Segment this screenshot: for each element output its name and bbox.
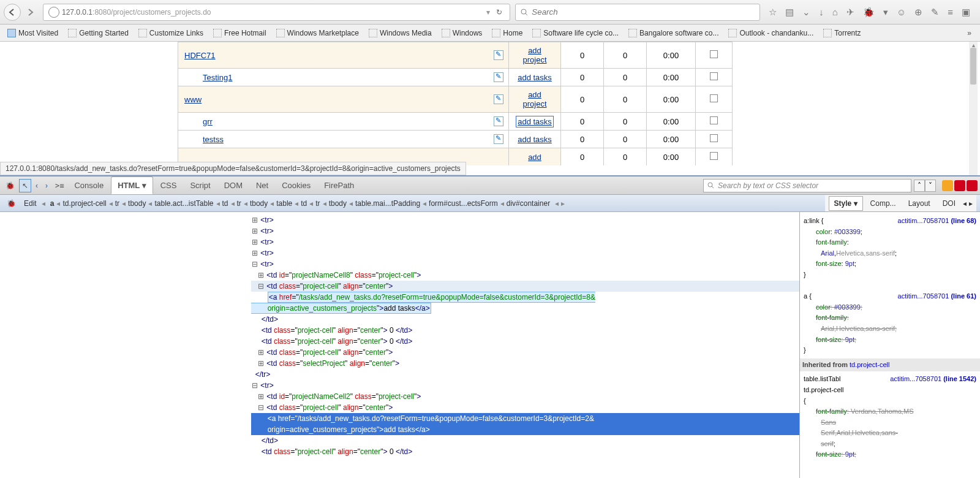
row-link[interactable]: testss — [203, 135, 224, 144]
scroll-thumb[interactable] — [970, 48, 976, 85]
bookmark-windows[interactable]: Windows — [438, 28, 486, 39]
row-checkbox[interactable] — [710, 152, 718, 160]
subtab-dom[interactable]: DOI — [938, 197, 960, 210]
breadcrumb-item[interactable]: table.act...istTable — [152, 198, 216, 209]
breadcrumb-item[interactable]: form#cust...ectsForm — [426, 198, 500, 209]
source-link[interactable]: actitim...7058701 (line 68) — [898, 216, 976, 227]
breadcrumb-item[interactable]: tbody — [326, 198, 349, 209]
action-link[interactable]: add tasks — [518, 73, 552, 82]
action-link[interactable]: add tasks — [518, 135, 552, 144]
breadcrumb-item[interactable]: div#container — [504, 198, 552, 209]
breadcrumb-item[interactable]: tr — [313, 198, 322, 209]
smile-icon[interactable]: ☺ — [897, 7, 906, 17]
breadcrumb-item[interactable]: td — [298, 198, 309, 209]
source-link[interactable]: actitim...7058701 (line 61) — [898, 291, 976, 302]
action-link[interactable]: add tasks — [516, 116, 554, 127]
row-checkbox[interactable] — [710, 50, 718, 58]
tab-html[interactable]: HTML ▾ — [111, 176, 153, 194]
edit-icon[interactable]: ✎ — [931, 7, 939, 18]
html-tree[interactable]: ⊞ <tr> ⊞ <tr> ⊞ <tr> ⊞ <tr> ⊟ <tr> ⊞ <td… — [0, 212, 799, 478]
bookmark-customize-links[interactable]: Customize Links — [135, 28, 207, 39]
devtools-search[interactable]: Search by text or CSS selector — [703, 179, 911, 192]
home-icon[interactable]: ⌂ — [832, 7, 838, 17]
reader-icon[interactable]: ▾ — [483, 8, 494, 17]
breadcrumb-item[interactable]: table — [274, 198, 295, 209]
crumb-overflow-right[interactable]: ▸ — [561, 199, 565, 208]
search-next[interactable]: ˅ — [925, 180, 936, 192]
subtab-layout[interactable]: Layout — [903, 197, 935, 210]
edit-icon[interactable] — [494, 134, 503, 144]
row-checkbox[interactable] — [710, 134, 718, 142]
tab-firepath[interactable]: FirePath — [318, 177, 360, 194]
page-scrollbar[interactable]: ▴ — [969, 42, 978, 175]
edit-icon[interactable] — [494, 94, 503, 104]
bookmark-outlook[interactable]: Outlook - chandanku... — [725, 28, 817, 39]
forward-button[interactable] — [23, 5, 38, 20]
edit-icon[interactable] — [494, 50, 503, 60]
search-input[interactable] — [532, 7, 755, 17]
tab-console[interactable]: Console — [68, 177, 110, 194]
browser-search[interactable] — [515, 4, 760, 21]
crumb-overflow-left[interactable]: ◂ — [555, 199, 559, 208]
next-icon[interactable]: › — [42, 180, 51, 191]
breadcrumb-item[interactable]: tr — [113, 198, 122, 209]
action-link[interactable]: add project — [522, 90, 546, 108]
tab-css[interactable]: CSS — [154, 177, 183, 194]
close-button[interactable] — [967, 180, 978, 191]
bookmark-getting-started[interactable]: Getting Started — [64, 28, 132, 39]
search-prev[interactable]: ˄ — [914, 180, 925, 192]
bookmark-star-icon[interactable]: ☆ — [769, 7, 777, 18]
breadcrumb-item[interactable]: table.mai...tPadding — [353, 198, 423, 209]
action-link[interactable]: add project — [522, 46, 546, 64]
menu-icon[interactable]: ≡ — [948, 7, 953, 17]
row-checkbox[interactable] — [710, 94, 718, 102]
bookmarks-overflow[interactable]: » — [962, 29, 976, 37]
styles-panel[interactable]: a:link {actitim...7058701 (line 68) colo… — [799, 212, 980, 478]
reload-button[interactable]: ↻ — [494, 8, 505, 17]
row-link[interactable]: grr — [203, 117, 213, 126]
url-bar[interactable]: 127.0.0.1:8080/project/customers_project… — [43, 4, 510, 21]
reader-list-icon[interactable]: ▤ — [785, 7, 794, 18]
dropdown-icon[interactable]: ▾ — [883, 7, 888, 18]
breadcrumb-item[interactable]: tbody — [247, 198, 270, 209]
row-checkbox[interactable] — [710, 72, 718, 80]
bookmark-windows-marketplace[interactable]: Windows Marketplace — [273, 28, 363, 39]
prev-icon[interactable]: ‹ — [32, 180, 41, 191]
tab-dom[interactable]: DOM — [218, 177, 249, 194]
minimize-button[interactable] — [942, 180, 953, 191]
sync-icon[interactable]: ⊕ — [914, 7, 922, 18]
bookmark-free-hotmail[interactable]: Free Hotmail — [209, 28, 270, 39]
row-link[interactable]: Testing1 — [203, 73, 232, 82]
shield-icon[interactable]: ▣ — [962, 7, 970, 18]
breadcrumb-item[interactable]: tr — [235, 198, 244, 209]
bookmark-torrentz[interactable]: Torrentz — [820, 28, 864, 39]
bookmark-software-lifecycle[interactable]: Software life cycle co... — [529, 28, 622, 39]
cmd-icon[interactable]: >≡ — [52, 180, 67, 191]
download-icon[interactable]: ↓ — [819, 7, 824, 17]
firebug-small-icon[interactable]: 🐞 — [4, 198, 19, 209]
pocket-icon[interactable]: ⌄ — [802, 7, 810, 18]
tab-net[interactable]: Net — [250, 177, 274, 194]
breadcrumb-item[interactable]: td — [220, 198, 231, 209]
breadcrumb-item[interactable]: tbody — [126, 198, 148, 209]
row-link[interactable]: HDFC71 — [184, 51, 216, 60]
row-checkbox[interactable] — [710, 116, 718, 124]
firebug-icon[interactable]: 🐞 — [2, 180, 18, 191]
bug-icon[interactable]: 🐞 — [863, 7, 875, 18]
send-icon[interactable]: ✈ — [846, 7, 854, 18]
breadcrumb-item[interactable]: td.project-cell — [60, 198, 108, 209]
breadcrumb-item[interactable]: a — [48, 198, 57, 209]
subtab-overflow-left[interactable]: ◂ — [963, 199, 967, 208]
bookmark-bangalore-software[interactable]: Bangalore software co... — [625, 28, 722, 39]
source-link[interactable]: actitim...7058701 (line 1542) — [890, 374, 976, 385]
bookmark-most-visited[interactable]: Most Visited — [4, 28, 62, 39]
bookmark-windows-media[interactable]: Windows Media — [365, 28, 435, 39]
add-link[interactable]: add — [528, 153, 541, 162]
inspect-icon[interactable]: ↖ — [19, 179, 31, 192]
back-button[interactable] — [4, 4, 21, 21]
scroll-up-icon[interactable]: ▴ — [972, 42, 975, 48]
popout-button[interactable] — [954, 180, 965, 191]
row-link[interactable]: www — [184, 95, 202, 104]
subtab-style[interactable]: Style ▾ — [829, 196, 863, 211]
bookmark-home[interactable]: Home — [488, 28, 526, 39]
